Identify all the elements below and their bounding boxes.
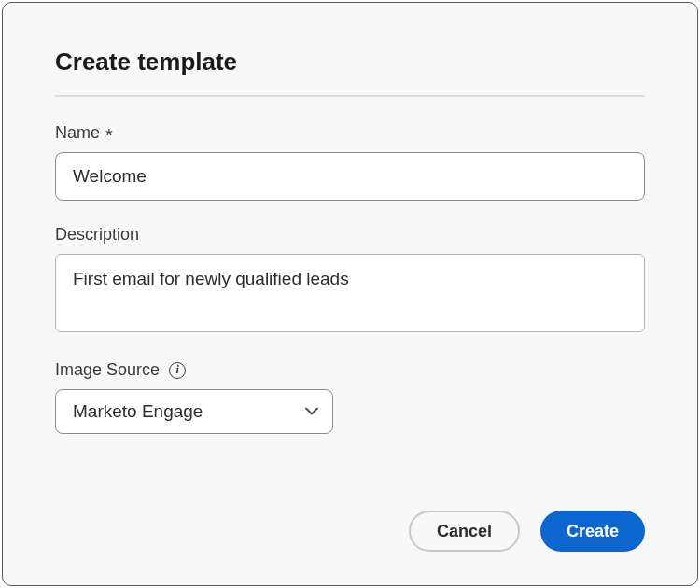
button-row: Cancel Create: [409, 511, 645, 552]
name-label: Name: [55, 123, 100, 143]
dialog-title: Create template: [55, 48, 645, 77]
image-source-selected-value: Marketo Engage: [73, 401, 203, 422]
description-label-row: Description: [55, 225, 645, 245]
name-label-row: Name *: [55, 123, 645, 143]
image-source-select[interactable]: Marketo Engage: [55, 389, 333, 434]
create-template-dialog: Create template Name * Description Image…: [2, 2, 698, 586]
required-marker: *: [105, 126, 113, 145]
image-source-label: Image Source: [55, 360, 160, 380]
cancel-button[interactable]: Cancel: [409, 511, 520, 552]
description-input[interactable]: [55, 254, 645, 332]
image-source-select-wrap: Marketo Engage: [55, 389, 333, 434]
description-field: Description: [55, 225, 645, 336]
image-source-field: Image Source i Marketo Engage: [55, 360, 645, 434]
divider: [55, 95, 645, 97]
create-button[interactable]: Create: [540, 511, 645, 552]
image-source-label-row: Image Source i: [55, 360, 645, 380]
name-field: Name *: [55, 123, 645, 201]
info-icon[interactable]: i: [169, 362, 186, 379]
description-label: Description: [55, 225, 139, 245]
name-input[interactable]: [55, 152, 645, 201]
